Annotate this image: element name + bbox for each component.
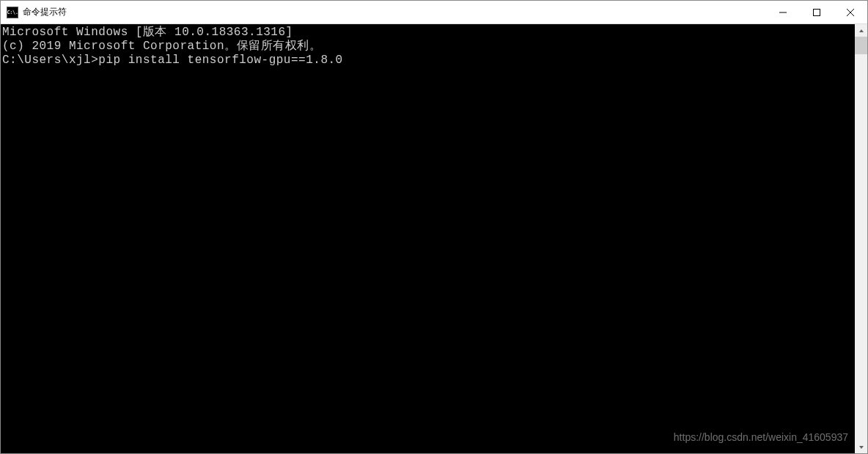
close-button[interactable]: [834, 1, 867, 23]
app-icon-text: C:\.: [7, 10, 18, 15]
command-prompt-window: C:\. 命令提示符 Microsoft Windows [版本 10.0.18…: [0, 0, 868, 454]
app-icon: C:\.: [7, 7, 18, 18]
scrollbar-down-button[interactable]: [855, 441, 867, 453]
maximize-button[interactable]: [800, 1, 834, 23]
terminal-output[interactable]: Microsoft Windows [版本 10.0.18363.1316](c…: [1, 24, 855, 453]
titlebar[interactable]: C:\. 命令提示符: [1, 1, 867, 24]
window-title: 命令提示符: [23, 6, 766, 18]
maximize-icon: [813, 9, 820, 16]
terminal-command: pip install tensorflow-gpu==1.8.0: [98, 54, 342, 67]
minimize-button[interactable]: [766, 1, 800, 23]
chevron-up-icon: [858, 28, 864, 34]
terminal-prompt-line: C:\Users\xjl>pip install tensorflow-gpu=…: [2, 54, 855, 67]
terminal-line: Microsoft Windows [版本 10.0.18363.1316]: [2, 26, 855, 40]
terminal-prompt: C:\Users\xjl>: [2, 54, 98, 67]
svg-marker-4: [859, 29, 864, 32]
chevron-down-icon: [858, 444, 864, 450]
close-icon: [847, 9, 854, 16]
svg-marker-5: [859, 446, 864, 449]
scrollbar-thumb[interactable]: [855, 37, 867, 54]
vertical-scrollbar[interactable]: [855, 24, 867, 453]
window-controls: [766, 1, 867, 23]
content-area: Microsoft Windows [版本 10.0.18363.1316](c…: [1, 24, 867, 453]
scrollbar-up-button[interactable]: [855, 24, 867, 37]
minimize-icon: [779, 9, 787, 16]
scrollbar-track[interactable]: [855, 37, 867, 441]
svg-rect-1: [814, 9, 820, 15]
terminal-line: (c) 2019 Microsoft Corporation。保留所有权利。: [2, 40, 855, 54]
